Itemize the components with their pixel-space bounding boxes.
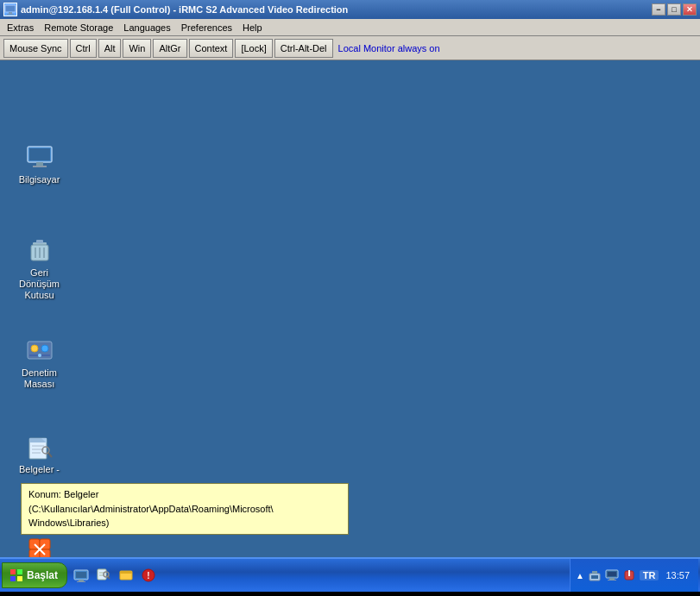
svg-rect-5 xyxy=(36,162,43,166)
svg-rect-54 xyxy=(609,578,615,580)
maximize-button[interactable]: □ xyxy=(667,3,681,16)
controlpanel-icon-img xyxy=(26,336,54,364)
display-tray-icon xyxy=(605,568,619,582)
tooltip-text: Konum: Belgeler (C:\Kullanıcılar\Adminis… xyxy=(28,489,274,528)
taskbar: Başlat xyxy=(0,557,700,592)
svg-rect-35 xyxy=(17,576,22,581)
computer-icon-label: Bilgisayar xyxy=(19,174,60,185)
svg-rect-39 xyxy=(77,581,85,582)
titlebar: admin@192.168.1.4 (Full Control) - iRMC … xyxy=(0,0,700,19)
svg-rect-1 xyxy=(9,12,12,14)
svg-text:!: ! xyxy=(147,571,149,580)
svg-rect-50 xyxy=(591,575,598,579)
quick-launch-icon-2[interactable] xyxy=(93,565,114,586)
alt-button[interactable]: Alt xyxy=(98,39,122,58)
quick-launch-icon-4[interactable]: ! xyxy=(138,565,159,586)
close-button[interactable]: ✕ xyxy=(683,3,697,16)
altgr-button[interactable]: AltGr xyxy=(153,39,186,58)
titlebar-controls: − □ ✕ xyxy=(652,3,697,16)
start-button[interactable]: Başlat xyxy=(2,562,67,588)
titlebar-left: admin@192.168.1.4 (Full Control) - iRMC … xyxy=(3,3,348,16)
menu-preferences[interactable]: Preferences xyxy=(176,21,237,35)
language-text: TR xyxy=(643,570,656,580)
svg-rect-51 xyxy=(592,571,597,574)
clock-time: 13:57 xyxy=(665,570,690,580)
svg-point-14 xyxy=(31,345,38,352)
icon-controlpanel[interactable]: Denetim Masası xyxy=(7,333,72,393)
power-tray-icon xyxy=(622,568,636,582)
svg-rect-6 xyxy=(33,166,47,167)
start-label: Başlat xyxy=(27,569,58,581)
belgeler-tooltip: Konum: Belgeler (C:\Kullanıcılar\Adminis… xyxy=(21,483,349,535)
ctrl-alt-del-button[interactable]: Ctrl-Alt-Del xyxy=(274,39,333,58)
menu-remote-storage[interactable]: Remote Storage xyxy=(39,21,118,35)
taskbar-quick-launch: ! xyxy=(71,565,570,586)
win-button[interactable]: Win xyxy=(123,39,151,58)
svg-rect-38 xyxy=(79,580,84,581)
monitor-status: Local Monitor always on xyxy=(338,43,440,53)
svg-rect-4 xyxy=(29,148,50,160)
svg-rect-46 xyxy=(120,571,132,574)
system-tray: ▲ TR 13:57 xyxy=(570,559,698,592)
svg-rect-37 xyxy=(76,572,86,578)
svg-rect-32 xyxy=(10,569,16,574)
svg-rect-12 xyxy=(36,240,43,243)
svg-rect-53 xyxy=(608,572,616,576)
svg-rect-40 xyxy=(98,569,106,580)
expand-tray-icon[interactable]: ▲ xyxy=(576,571,584,580)
svg-rect-55 xyxy=(608,580,616,580)
language-indicator[interactable]: TR xyxy=(640,570,659,580)
belgeler-icon-label: Belgeler - xyxy=(19,464,60,475)
icon-recyclebin[interactable]: Geri DönüşümKutusu xyxy=(7,233,72,305)
system-clock: 13:57 xyxy=(662,570,693,580)
svg-rect-2 xyxy=(7,14,14,15)
icon-computer[interactable]: Bilgisayar xyxy=(7,140,72,189)
titlebar-text: admin@192.168.1.4 (Full Control) - iRMC … xyxy=(21,4,348,15)
app-icon xyxy=(3,3,17,16)
svg-point-15 xyxy=(41,345,48,352)
menu-help[interactable]: Help xyxy=(237,21,268,35)
belgeler-icon-img xyxy=(26,433,54,461)
svg-rect-33 xyxy=(17,569,22,574)
network-tray-icon xyxy=(588,568,602,582)
menubar: Extras Remote Storage Languages Preferen… xyxy=(0,19,700,36)
quick-launch-icon-1[interactable] xyxy=(71,565,91,586)
remote-desktop[interactable]: Bilgisayar Geri DönüşümKutusu xyxy=(0,60,700,557)
ctrl-button[interactable]: Ctrl xyxy=(70,39,97,58)
menu-extras[interactable]: Extras xyxy=(2,21,39,35)
minimize-button[interactable]: − xyxy=(652,3,665,16)
computer-icon-img xyxy=(26,143,54,171)
vpxclient-icon-img xyxy=(26,536,54,557)
icon-vpxclient[interactable]: VpxClient xyxy=(7,532,72,557)
menu-languages[interactable]: Languages xyxy=(118,21,175,35)
recyclebin-icon-img xyxy=(26,236,54,264)
svg-rect-34 xyxy=(10,576,16,581)
svg-rect-0 xyxy=(5,5,16,12)
svg-point-17 xyxy=(38,354,41,357)
toolbar: Mouse Sync Ctrl Alt Win AltGr Context [L… xyxy=(0,36,700,60)
windows-logo-icon xyxy=(9,568,23,582)
mouse-sync-button[interactable]: Mouse Sync xyxy=(3,39,68,58)
controlpanel-icon-label: Denetim Masası xyxy=(10,367,68,390)
context-button[interactable]: Context xyxy=(189,39,234,58)
lock-button[interactable]: [Lock] xyxy=(235,39,272,58)
icon-belgeler[interactable]: Belgeler - xyxy=(7,430,72,479)
recyclebin-icon-label: Geri DönüşümKutusu xyxy=(10,267,68,302)
quick-launch-icon-3[interactable] xyxy=(116,565,136,586)
